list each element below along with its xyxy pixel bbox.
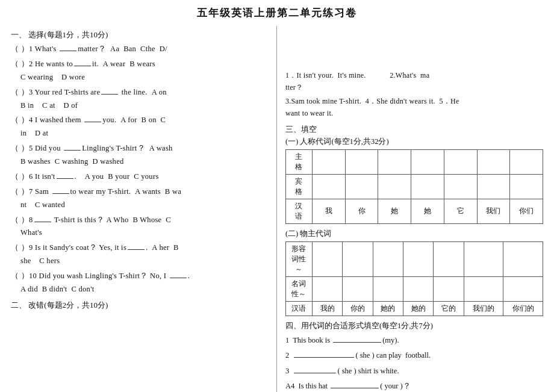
question-9: （ ） 9 Is it Sandy's coat？ Yes, it is. A … bbox=[11, 241, 270, 268]
paren-open: （ ） bbox=[11, 58, 29, 71]
left-column: 一、 选择(每题1分，共10分) （ ） 1 What's matter？ Aa… bbox=[11, 26, 277, 392]
subject-cell-1 bbox=[312, 149, 345, 174]
q9-options2: she C hers bbox=[20, 255, 60, 268]
q4-text: I washed them you. bbox=[33, 114, 121, 127]
adj-cell-3 bbox=[373, 241, 403, 276]
fill-q2-text: ( she ) can play football. bbox=[291, 351, 431, 359]
chinese-cell-7: 你们 bbox=[510, 199, 543, 223]
paren-open: （ ） bbox=[11, 43, 29, 56]
paren-open: （ ） bbox=[11, 170, 29, 184]
q7-text: Sam to wear my T-shirt. bbox=[33, 185, 135, 199]
chinese-cell-4: 她 bbox=[411, 199, 444, 223]
poss-cn-3: 她的 bbox=[373, 301, 403, 316]
possessive-row-adj: 形容词性～ bbox=[285, 241, 543, 276]
correction-line1: 1．It isn't your. It's mine. 2.What's ma bbox=[285, 69, 543, 81]
subject-cell-7 bbox=[510, 149, 543, 174]
paren-open: （ ） bbox=[11, 270, 29, 283]
poss-cn-2: 你的 bbox=[343, 301, 373, 316]
q3-options2: B in C at D of bbox=[20, 99, 78, 113]
possessive-table: 形容词性～ 名词性～ bbox=[285, 241, 543, 316]
right-column: 1．It isn't your. It's mine. 2.What's ma … bbox=[277, 26, 543, 392]
q2-options: A wear B wears bbox=[103, 58, 155, 71]
noun-label: 名词性～ bbox=[285, 276, 312, 301]
fill-q2-num: 2 bbox=[285, 351, 289, 359]
chinese-cell-6: 我们 bbox=[477, 199, 510, 223]
adj-cell-4 bbox=[403, 241, 433, 276]
paren-open: （ ） bbox=[11, 241, 29, 255]
fill-q3: 3 ( she ) shirt is white. bbox=[285, 364, 543, 378]
chinese-cell-3: 她 bbox=[378, 199, 411, 223]
q3-text: Your red T-shirts are the line. bbox=[33, 86, 152, 99]
question-6: （ ） 6 It isn't. A you B your C yours bbox=[11, 170, 270, 184]
q10-options: A did B didn't C don't bbox=[20, 283, 94, 296]
chinese-cell-5: 它 bbox=[444, 199, 477, 223]
noun-cell-5 bbox=[434, 276, 464, 301]
q2-options2: C wearing D wore bbox=[20, 71, 85, 84]
subject-cell-5 bbox=[444, 149, 477, 174]
object-cell-2 bbox=[345, 174, 378, 199]
fill-q1-text: This book is (my). bbox=[291, 336, 399, 344]
adj-cell-7 bbox=[503, 241, 543, 276]
noun-cell-4 bbox=[403, 276, 433, 301]
pronoun-row-subject: 主格 bbox=[285, 149, 543, 174]
question-4: （ ） 4 I washed them you. A for B on C in… bbox=[11, 114, 270, 140]
section2-header: 二、 改错(每题2分，共10分) bbox=[11, 300, 270, 311]
object-label: 宾格 bbox=[285, 174, 312, 199]
section3: 三、填空 (一) 人称代词(每空1分,共32分) 主格 bbox=[285, 125, 543, 316]
question-5: （ ） 5 Did you Lingling's T-shirt？ A wash… bbox=[11, 142, 270, 169]
section3a-title: (一) 人称代词(每空1分,共32分) bbox=[285, 137, 543, 147]
noun-cell-1 bbox=[312, 276, 342, 301]
object-cell-4 bbox=[411, 174, 444, 199]
paren-open: （ ） bbox=[11, 114, 29, 127]
poss-cn-4: 她的 bbox=[403, 301, 433, 316]
possessive-row-noun: 名词性～ bbox=[285, 276, 543, 301]
fill-q4-text: Is this hat ( your )？ bbox=[296, 382, 410, 390]
adj-cell-5 bbox=[434, 241, 464, 276]
section3b-title: (二) 物主代词 bbox=[285, 229, 543, 239]
q3-options: A on bbox=[152, 86, 167, 99]
q7-options2: nt C wanted bbox=[20, 199, 65, 212]
chinese-cell-1: 我 bbox=[312, 199, 345, 223]
poss-cn-5: 它的 bbox=[434, 301, 464, 316]
poss-cn-7: 你们的 bbox=[503, 301, 543, 316]
subject-cell-4 bbox=[411, 149, 444, 174]
adj-cell-1 bbox=[312, 241, 342, 276]
question-8: （ ）8 T-shirt is this？ A Who B Whose C Wh… bbox=[11, 214, 270, 240]
possessive-row-chinese: 汉语 我的 你的 她的 她的 它的 我们的 你们的 bbox=[285, 301, 543, 316]
correction-line2b: want to wear it. bbox=[285, 107, 543, 119]
fill-q3-text: ( she ) shirt is white. bbox=[291, 367, 399, 375]
adj-label: 形容词性～ bbox=[285, 241, 312, 276]
poss-chinese-label: 汉语 bbox=[285, 301, 312, 316]
q2-text: He wants toit. bbox=[33, 58, 103, 71]
subject-label: 主格 bbox=[285, 149, 312, 174]
q5-text: Did you Lingling's T-shirt？ bbox=[33, 142, 149, 155]
question-3: （ ） 3 Your red T-shirts are the line. A … bbox=[11, 86, 270, 113]
pronoun-row-chinese: 汉语 我 你 她 她 它 我们 你们 bbox=[285, 199, 543, 223]
q5-options: A wash bbox=[149, 142, 173, 155]
pronoun-table: 主格 宾格 bbox=[285, 149, 543, 224]
fill-q1-num: 1 bbox=[285, 336, 289, 344]
subject-cell-3 bbox=[378, 149, 411, 174]
q1-text: What's matter？ bbox=[33, 43, 111, 56]
q8-options: A Who B Whose C bbox=[107, 214, 171, 227]
subject-cell-2 bbox=[345, 149, 378, 174]
q10-text: Did you wash Lingling's T-shirt？ No, I . bbox=[37, 270, 190, 283]
poss-cn-6: 我们的 bbox=[464, 301, 503, 316]
chinese-label: 汉语 bbox=[285, 199, 312, 223]
section4: 四、用代词的合适形式填空(每空1分,共7分) 1 This book is (m… bbox=[285, 321, 543, 392]
fill-q1: 1 This book is (my). bbox=[285, 334, 543, 347]
question-2: （ ） 2 He wants toit. A wear B wears C we… bbox=[11, 58, 270, 84]
object-cell-1 bbox=[312, 174, 345, 199]
question-1: （ ） 1 What's matter？ Aa Ban Cthe D/ bbox=[11, 43, 270, 56]
section1-title: 选择(每题1分，共10分) bbox=[28, 30, 108, 39]
paren-open: （ ） bbox=[11, 86, 29, 99]
fill-q3-num: 3 bbox=[285, 367, 289, 375]
correction-line1b: tter？ bbox=[285, 81, 543, 93]
section3-label: 三、填空 bbox=[285, 125, 543, 135]
section3-label-text: 三、填空 bbox=[285, 125, 317, 134]
subject-cell-6 bbox=[477, 149, 510, 174]
object-cell-5 bbox=[444, 174, 477, 199]
noun-cell-3 bbox=[373, 276, 403, 301]
q8-options2: What's bbox=[20, 226, 42, 240]
question-7: （ ） 7 Sam to wear my T-shirt. A wants B … bbox=[11, 185, 270, 212]
